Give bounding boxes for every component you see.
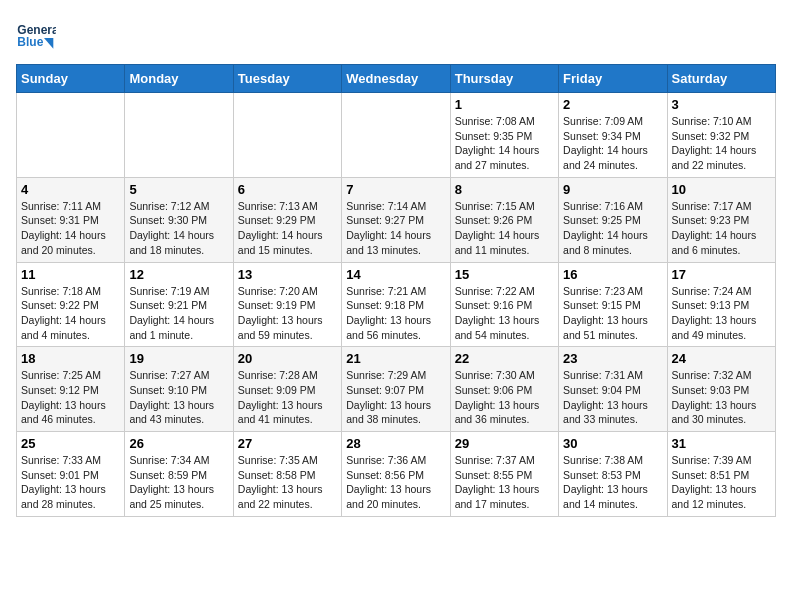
- calendar-week-5: 25Sunrise: 7:33 AMSunset: 9:01 PMDayligh…: [17, 432, 776, 517]
- day-info: Sunrise: 7:24 AMSunset: 9:13 PMDaylight:…: [672, 284, 771, 343]
- calendar-cell: 17Sunrise: 7:24 AMSunset: 9:13 PMDayligh…: [667, 262, 775, 347]
- calendar-cell: 5Sunrise: 7:12 AMSunset: 9:30 PMDaylight…: [125, 177, 233, 262]
- day-info: Sunrise: 7:12 AMSunset: 9:30 PMDaylight:…: [129, 199, 228, 258]
- calendar-cell: 14Sunrise: 7:21 AMSunset: 9:18 PMDayligh…: [342, 262, 450, 347]
- day-info: Sunrise: 7:39 AMSunset: 8:51 PMDaylight:…: [672, 453, 771, 512]
- day-info: Sunrise: 7:22 AMSunset: 9:16 PMDaylight:…: [455, 284, 554, 343]
- calendar-cell: [342, 93, 450, 178]
- day-number: 12: [129, 267, 228, 282]
- day-info: Sunrise: 7:09 AMSunset: 9:34 PMDaylight:…: [563, 114, 662, 173]
- day-info: Sunrise: 7:14 AMSunset: 9:27 PMDaylight:…: [346, 199, 445, 258]
- day-info: Sunrise: 7:18 AMSunset: 9:22 PMDaylight:…: [21, 284, 120, 343]
- day-number: 24: [672, 351, 771, 366]
- weekday-header-friday: Friday: [559, 65, 667, 93]
- calendar-cell: 8Sunrise: 7:15 AMSunset: 9:26 PMDaylight…: [450, 177, 558, 262]
- day-number: 14: [346, 267, 445, 282]
- calendar-cell: 2Sunrise: 7:09 AMSunset: 9:34 PMDaylight…: [559, 93, 667, 178]
- day-number: 22: [455, 351, 554, 366]
- day-number: 28: [346, 436, 445, 451]
- day-number: 3: [672, 97, 771, 112]
- day-info: Sunrise: 7:38 AMSunset: 8:53 PMDaylight:…: [563, 453, 662, 512]
- day-number: 1: [455, 97, 554, 112]
- day-number: 20: [238, 351, 337, 366]
- calendar-cell: 3Sunrise: 7:10 AMSunset: 9:32 PMDaylight…: [667, 93, 775, 178]
- day-info: Sunrise: 7:21 AMSunset: 9:18 PMDaylight:…: [346, 284, 445, 343]
- calendar-body: 1Sunrise: 7:08 AMSunset: 9:35 PMDaylight…: [17, 93, 776, 517]
- calendar-cell: 7Sunrise: 7:14 AMSunset: 9:27 PMDaylight…: [342, 177, 450, 262]
- day-number: 10: [672, 182, 771, 197]
- day-info: Sunrise: 7:25 AMSunset: 9:12 PMDaylight:…: [21, 368, 120, 427]
- day-number: 5: [129, 182, 228, 197]
- calendar-cell: 20Sunrise: 7:28 AMSunset: 9:09 PMDayligh…: [233, 347, 341, 432]
- calendar-cell: 27Sunrise: 7:35 AMSunset: 8:58 PMDayligh…: [233, 432, 341, 517]
- day-info: Sunrise: 7:31 AMSunset: 9:04 PMDaylight:…: [563, 368, 662, 427]
- calendar-cell: 22Sunrise: 7:30 AMSunset: 9:06 PMDayligh…: [450, 347, 558, 432]
- calendar-cell: [233, 93, 341, 178]
- weekday-header-row: SundayMondayTuesdayWednesdayThursdayFrid…: [17, 65, 776, 93]
- day-info: Sunrise: 7:30 AMSunset: 9:06 PMDaylight:…: [455, 368, 554, 427]
- weekday-header-tuesday: Tuesday: [233, 65, 341, 93]
- calendar-cell: 6Sunrise: 7:13 AMSunset: 9:29 PMDaylight…: [233, 177, 341, 262]
- calendar-cell: [125, 93, 233, 178]
- svg-text:Blue: Blue: [17, 35, 43, 49]
- day-info: Sunrise: 7:08 AMSunset: 9:35 PMDaylight:…: [455, 114, 554, 173]
- day-number: 29: [455, 436, 554, 451]
- calendar-cell: 24Sunrise: 7:32 AMSunset: 9:03 PMDayligh…: [667, 347, 775, 432]
- weekday-header-sunday: Sunday: [17, 65, 125, 93]
- calendar-cell: 21Sunrise: 7:29 AMSunset: 9:07 PMDayligh…: [342, 347, 450, 432]
- weekday-header-monday: Monday: [125, 65, 233, 93]
- day-info: Sunrise: 7:27 AMSunset: 9:10 PMDaylight:…: [129, 368, 228, 427]
- page-header: General Blue: [16, 16, 776, 56]
- calendar-cell: [17, 93, 125, 178]
- calendar-cell: 29Sunrise: 7:37 AMSunset: 8:55 PMDayligh…: [450, 432, 558, 517]
- day-info: Sunrise: 7:32 AMSunset: 9:03 PMDaylight:…: [672, 368, 771, 427]
- day-number: 9: [563, 182, 662, 197]
- calendar-week-1: 1Sunrise: 7:08 AMSunset: 9:35 PMDaylight…: [17, 93, 776, 178]
- day-number: 6: [238, 182, 337, 197]
- day-number: 2: [563, 97, 662, 112]
- day-info: Sunrise: 7:37 AMSunset: 8:55 PMDaylight:…: [455, 453, 554, 512]
- day-info: Sunrise: 7:11 AMSunset: 9:31 PMDaylight:…: [21, 199, 120, 258]
- day-number: 25: [21, 436, 120, 451]
- logo: General Blue: [16, 16, 56, 56]
- calendar-cell: 16Sunrise: 7:23 AMSunset: 9:15 PMDayligh…: [559, 262, 667, 347]
- day-info: Sunrise: 7:23 AMSunset: 9:15 PMDaylight:…: [563, 284, 662, 343]
- svg-marker-2: [44, 38, 53, 49]
- calendar-cell: 19Sunrise: 7:27 AMSunset: 9:10 PMDayligh…: [125, 347, 233, 432]
- day-info: Sunrise: 7:15 AMSunset: 9:26 PMDaylight:…: [455, 199, 554, 258]
- day-number: 16: [563, 267, 662, 282]
- day-info: Sunrise: 7:35 AMSunset: 8:58 PMDaylight:…: [238, 453, 337, 512]
- day-info: Sunrise: 7:13 AMSunset: 9:29 PMDaylight:…: [238, 199, 337, 258]
- day-number: 27: [238, 436, 337, 451]
- day-number: 19: [129, 351, 228, 366]
- calendar-cell: 26Sunrise: 7:34 AMSunset: 8:59 PMDayligh…: [125, 432, 233, 517]
- day-number: 8: [455, 182, 554, 197]
- day-number: 23: [563, 351, 662, 366]
- day-info: Sunrise: 7:17 AMSunset: 9:23 PMDaylight:…: [672, 199, 771, 258]
- calendar-week-3: 11Sunrise: 7:18 AMSunset: 9:22 PMDayligh…: [17, 262, 776, 347]
- calendar-cell: 15Sunrise: 7:22 AMSunset: 9:16 PMDayligh…: [450, 262, 558, 347]
- calendar-cell: 4Sunrise: 7:11 AMSunset: 9:31 PMDaylight…: [17, 177, 125, 262]
- calendar-cell: 18Sunrise: 7:25 AMSunset: 9:12 PMDayligh…: [17, 347, 125, 432]
- calendar-cell: 1Sunrise: 7:08 AMSunset: 9:35 PMDaylight…: [450, 93, 558, 178]
- day-number: 15: [455, 267, 554, 282]
- calendar-cell: 9Sunrise: 7:16 AMSunset: 9:25 PMDaylight…: [559, 177, 667, 262]
- day-info: Sunrise: 7:36 AMSunset: 8:56 PMDaylight:…: [346, 453, 445, 512]
- weekday-header-wednesday: Wednesday: [342, 65, 450, 93]
- day-number: 31: [672, 436, 771, 451]
- calendar-cell: 11Sunrise: 7:18 AMSunset: 9:22 PMDayligh…: [17, 262, 125, 347]
- calendar-cell: 31Sunrise: 7:39 AMSunset: 8:51 PMDayligh…: [667, 432, 775, 517]
- calendar-cell: 13Sunrise: 7:20 AMSunset: 9:19 PMDayligh…: [233, 262, 341, 347]
- day-info: Sunrise: 7:33 AMSunset: 9:01 PMDaylight:…: [21, 453, 120, 512]
- calendar-cell: 23Sunrise: 7:31 AMSunset: 9:04 PMDayligh…: [559, 347, 667, 432]
- day-number: 4: [21, 182, 120, 197]
- day-info: Sunrise: 7:29 AMSunset: 9:07 PMDaylight:…: [346, 368, 445, 427]
- calendar-week-2: 4Sunrise: 7:11 AMSunset: 9:31 PMDaylight…: [17, 177, 776, 262]
- day-info: Sunrise: 7:20 AMSunset: 9:19 PMDaylight:…: [238, 284, 337, 343]
- calendar-week-4: 18Sunrise: 7:25 AMSunset: 9:12 PMDayligh…: [17, 347, 776, 432]
- day-info: Sunrise: 7:28 AMSunset: 9:09 PMDaylight:…: [238, 368, 337, 427]
- calendar-cell: 12Sunrise: 7:19 AMSunset: 9:21 PMDayligh…: [125, 262, 233, 347]
- calendar-cell: 30Sunrise: 7:38 AMSunset: 8:53 PMDayligh…: [559, 432, 667, 517]
- calendar-table: SundayMondayTuesdayWednesdayThursdayFrid…: [16, 64, 776, 517]
- day-number: 17: [672, 267, 771, 282]
